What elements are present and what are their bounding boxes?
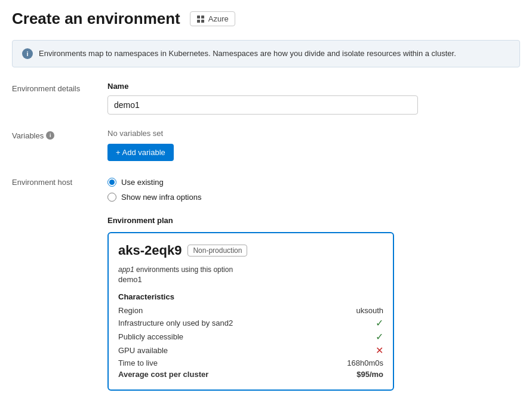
char-row-region: Region uksouth [118, 305, 383, 316]
cloud-badge-label: Azure [208, 14, 229, 23]
variables-label: Variables i [12, 129, 107, 175]
svg-rect-1 [201, 16, 204, 18]
radio-group: Use existing Show new infra options [107, 175, 520, 202]
plan-card: aks-2eqk9 Non-production app1 environmen… [107, 232, 394, 391]
gpu-x-icon: ✕ [376, 345, 383, 356]
info-icon: i [22, 48, 33, 59]
svg-rect-3 [201, 20, 204, 23]
environment-host-label: Environment host [12, 175, 107, 391]
no-vars-text: No variables set [107, 129, 520, 138]
show-new-infra-radio-label[interactable]: Show new infra options [107, 193, 520, 202]
plan-usage: app1 environments using this option [118, 265, 383, 274]
name-field-label: Name [107, 82, 520, 91]
svg-rect-0 [197, 16, 200, 18]
name-input[interactable] [107, 95, 418, 115]
add-variable-button[interactable]: + Add variable [107, 144, 174, 161]
plan-badge: Non-production [187, 245, 247, 256]
use-existing-radio[interactable] [107, 178, 116, 187]
info-banner-text: Environments map to namespaces in Kubern… [39, 48, 456, 60]
variables-content: No variables set + Add variable [107, 129, 520, 175]
environment-plan-label: Environment plan [107, 216, 520, 225]
environment-plan-area: Environment plan aks-2eqk9 Non-productio… [107, 216, 520, 391]
cloud-badge: Azure [190, 11, 235, 26]
plan-card-header: aks-2eqk9 Non-production [118, 243, 383, 258]
plan-name: aks-2eqk9 [118, 243, 182, 258]
environment-details-section: Environment details Name [12, 82, 520, 129]
plan-demo-name: demo1 [118, 275, 383, 284]
page-title: Create an environment [12, 10, 180, 28]
show-new-infra-radio[interactable] [107, 193, 116, 202]
use-existing-radio-label[interactable]: Use existing [107, 178, 520, 187]
char-row-ttl: Time to live 168h0m0s [118, 357, 383, 369]
variables-info-icon[interactable]: i [46, 131, 54, 140]
environment-host-content: Use existing Show new infra options Envi… [107, 175, 520, 391]
char-row-infra: Infrastructure only used by sand2 ✓ [118, 316, 383, 330]
environment-details-content: Name [107, 82, 520, 129]
char-row-gpu: GPU available ✕ [118, 344, 383, 357]
environment-details-label: Environment details [12, 82, 107, 129]
char-row-cost: Average cost per cluster $95/mo [118, 369, 383, 380]
characteristics-title: Characteristics [118, 292, 383, 301]
page-header: Create an environment Azure [12, 10, 520, 28]
variables-section: Variables i No variables set + Add varia… [12, 129, 520, 175]
grid-icon [196, 15, 205, 23]
public-check-icon: ✓ [376, 331, 383, 342]
environment-host-section: Environment host Use existing Show new i… [12, 175, 520, 391]
svg-rect-2 [197, 20, 200, 23]
infra-check-icon: ✓ [376, 317, 383, 329]
char-row-public: Publicly accessible ✓ [118, 330, 383, 344]
info-banner: i Environments map to namespaces in Kube… [12, 40, 520, 67]
